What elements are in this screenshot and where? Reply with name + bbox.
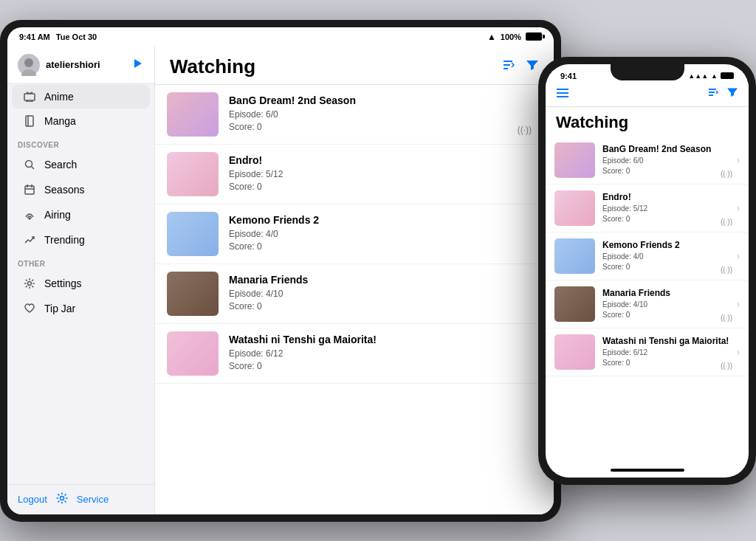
phone-chevron-right-icon: › [737, 203, 740, 213]
avatar [18, 54, 40, 76]
anime-name: Watashi ni Tenshi ga Maiorita! [229, 334, 532, 345]
sidebar-item-trending[interactable]: Trending [12, 228, 150, 252]
anime-info: Watashi ni Tenshi ga Maiorita! Episode: … [229, 334, 532, 373]
main-content: Watching [155, 46, 554, 514]
anime-info: BanG Dream! 2nd Season Episode: 6/0 Scor… [229, 94, 532, 134]
tablet-battery: 100% [501, 32, 521, 41]
calendar-icon [22, 185, 37, 195]
tv-icon [22, 92, 37, 102]
trending-icon [22, 235, 37, 245]
phone-anime-score: Score: 0 [602, 310, 740, 320]
phone-sort-icon[interactable] [707, 86, 719, 101]
anime-info: Endro! Episode: 5/12 Score: 0 [229, 154, 532, 193]
list-item[interactable]: Watashi ni Tenshi ga Maiorita! Episode: … [546, 328, 749, 376]
phone-chevron-right-icon: › [737, 347, 740, 357]
sidebar-item-anime-label: Anime [44, 91, 140, 103]
anime-episode: Episode: 6/0 [229, 108, 532, 121]
svg-rect-12 [25, 186, 34, 194]
page-title: Watching [170, 55, 255, 78]
sidebar-item-anime[interactable]: Anime [12, 85, 150, 108]
phone-anime-name: Kemono Friends 2 [602, 240, 740, 250]
broadcast-icon: ((·)) [518, 125, 532, 135]
anime-info: Manaria Friends Episode: 4/10 Score: 0 [229, 274, 532, 313]
tablet-status-bar: 9:41 AM Tue Oct 30 ▲ 100% [7, 27, 554, 46]
svg-point-16 [29, 218, 30, 219]
phone-chevron-right-icon: › [737, 251, 740, 261]
sidebar-item-trending-label: Trending [44, 234, 140, 246]
table-row[interactable]: Manaria Friends Episode: 4/10 Score: 0 › [155, 264, 554, 324]
anime-episode: Episode: 5/12 [229, 168, 532, 181]
tablet-wifi-icon: ▲ [487, 32, 496, 42]
sidebar-item-tipjar-label: Tip Jar [44, 303, 140, 314]
sidebar-item-settings-label: Settings [44, 278, 140, 289]
table-row[interactable]: Endro! Episode: 5/12 Score: 0 › [155, 145, 554, 204]
phone-anime-score: Score: 0 [602, 214, 740, 224]
footer-gear-icon[interactable] [56, 492, 68, 507]
anime-episode: Episode: 6/12 [229, 348, 532, 360]
username: ateliershiori [46, 59, 132, 70]
phone-anime-episode: Episode: 4/0 [602, 252, 740, 262]
list-item[interactable]: Manaria Friends Episode: 4/10 Score: 0 ›… [546, 280, 749, 328]
phone-anime-score: Score: 0 [602, 262, 740, 272]
svg-line-11 [32, 166, 35, 169]
table-row[interactable]: BanG Dream! 2nd Season Episode: 6/0 Scor… [155, 85, 554, 145]
phone-anime-score: Score: 0 [602, 358, 740, 368]
sidebar-item-manga-label: Manga [44, 115, 140, 127]
service-button[interactable]: Service [77, 494, 109, 505]
logout-button[interactable]: Logout [18, 494, 47, 505]
phone-broadcast-icon: ((·)) [721, 362, 732, 370]
svg-point-18 [60, 496, 63, 500]
list-item[interactable]: Kemono Friends 2 Episode: 4/0 Score: 0 ›… [546, 232, 749, 280]
sidebar-item-tipjar[interactable]: Tip Jar [12, 297, 150, 320]
phone-page-title: Watching [546, 107, 749, 137]
phone-anime-episode: Episode: 6/0 [602, 156, 740, 166]
list-item[interactable]: BanG Dream! 2nd Season Episode: 6/0 Scor… [546, 137, 749, 185]
phone-anime-thumbnail [554, 286, 595, 322]
user-action-icon [132, 58, 144, 72]
phone-anime-name: Endro! [602, 192, 740, 202]
phone-anime-info: Kemono Friends 2 Episode: 4/0 Score: 0 [602, 240, 740, 272]
sidebar-item-airing[interactable]: Airing [12, 203, 150, 227]
phone-anime-info: Watashi ni Tenshi ga Maiorita! Episode: … [602, 336, 740, 368]
anime-thumbnail [167, 152, 219, 196]
anime-info: Kemono Friends 2 Episode: 4/0 Score: 0 [229, 214, 532, 253]
phone-main: Watching BanG Dream! 2nd Season Episode:… [546, 107, 749, 463]
header-actions [501, 58, 539, 76]
phone-anime-thumbnail [554, 190, 595, 226]
airing-icon [22, 210, 37, 220]
anime-episode: Episode: 4/0 [229, 228, 532, 241]
anime-score: Score: 0 [229, 360, 532, 373]
anime-thumbnail [167, 272, 219, 316]
hamburger-icon[interactable] [556, 86, 569, 102]
sidebar-item-seasons[interactable]: Seasons [12, 178, 150, 201]
phone-anime-thumbnail [554, 238, 595, 274]
sidebar-user[interactable]: ateliershiori [7, 46, 154, 84]
sidebar-item-settings[interactable]: Settings [12, 272, 150, 295]
sort-icon[interactable] [501, 58, 515, 76]
svg-rect-2 [24, 94, 35, 100]
sidebar-item-airing-label: Airing [44, 209, 140, 221]
phone-anime-name: BanG Dream! 2nd Season [602, 144, 740, 154]
table-row[interactable]: Watashi ni Tenshi ga Maiorita! Episode: … [155, 324, 554, 384]
phone-time: 9:41 [560, 72, 577, 80]
phone-anime-name: Watashi ni Tenshi ga Maiorita! [602, 336, 740, 346]
phone-broadcast-icon: ((·)) [721, 218, 732, 226]
anime-score: Score: 0 [229, 181, 532, 193]
phone-broadcast-icon: ((·)) [721, 314, 732, 322]
sidebar-footer: Logout Service [7, 484, 154, 514]
main-header: Watching [155, 46, 554, 85]
phone-anime-episode: Episode: 6/12 [602, 348, 740, 358]
filter-icon[interactable] [526, 58, 539, 75]
sidebar-item-search[interactable]: Search [12, 153, 150, 176]
sidebar-nav-main: Anime Manga [7, 84, 154, 134]
phone-anime-info: BanG Dream! 2nd Season Episode: 6/0 Scor… [602, 144, 740, 176]
phone-filter-icon[interactable] [726, 86, 738, 101]
sidebar-item-manga[interactable]: Manga [12, 109, 150, 133]
anime-score: Score: 0 [229, 241, 532, 253]
anime-score: Score: 0 [229, 300, 532, 313]
list-item[interactable]: Endro! Episode: 5/12 Score: 0 › ((·)) [546, 185, 749, 232]
sidebar-section-other: OTHER [7, 252, 154, 271]
phone-device: 9:41 ▲▲▲ ▲ [538, 57, 756, 485]
table-row[interactable]: Kemono Friends 2 Episode: 4/0 Score: 0 › [155, 204, 554, 264]
phone-signal-icon: ▲▲▲ [688, 72, 708, 80]
